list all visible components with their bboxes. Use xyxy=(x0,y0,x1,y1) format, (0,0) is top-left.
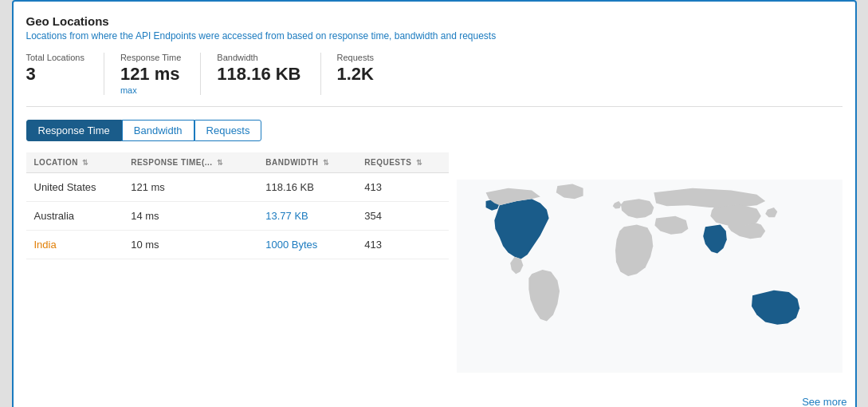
see-more-link[interactable]: See more xyxy=(802,396,846,407)
col-header-requests: REQUESTS ⇅ xyxy=(356,152,448,173)
locations-table: LOCATION ⇅ RESPONSE TIME(... ⇅ BANDWIDTH… xyxy=(26,152,449,259)
col-header-bandwidth: BANDWIDTH ⇅ xyxy=(257,152,356,173)
sort-icon-response-time: ⇅ xyxy=(217,159,224,167)
stat-bandwidth-label: Bandwidth xyxy=(217,53,300,62)
cell-location: India xyxy=(26,231,124,259)
cell-response-time: 10 ms xyxy=(123,231,257,259)
stat-response-time-sub: max xyxy=(120,85,181,95)
cell-bandwidth: 13.77 KB xyxy=(257,202,356,231)
table-row: India 10 ms 1000 Bytes 413 xyxy=(26,231,449,259)
tab-response-time[interactable]: Response Time xyxy=(26,120,122,141)
col-header-location: LOCATION ⇅ xyxy=(26,152,124,173)
card-subtitle: Locations from where the API Endpoints w… xyxy=(26,30,842,41)
stat-response-time: Response Time 121 ms max xyxy=(104,53,201,95)
content-area: LOCATION ⇅ RESPONSE TIME(... ⇅ BANDWIDTH… xyxy=(26,152,842,403)
tab-group: Response Time Bandwidth Requests xyxy=(26,120,842,141)
cell-response-time: 121 ms xyxy=(123,173,257,202)
cell-response-time: 14 ms xyxy=(123,202,257,231)
card-title: Geo Locations xyxy=(26,14,842,28)
stat-response-time-value: 121 ms xyxy=(120,64,181,85)
stat-requests-value: 1.2K xyxy=(337,64,374,85)
stat-total-locations-value: 3 xyxy=(26,64,84,85)
stat-bandwidth: Bandwidth 118.16 KB xyxy=(201,53,320,95)
tab-bandwidth[interactable]: Bandwidth xyxy=(122,120,194,141)
sort-icon-bandwidth: ⇅ xyxy=(323,159,330,167)
table-row: United States 121 ms 118.16 KB 413 xyxy=(26,173,449,202)
tab-requests[interactable]: Requests xyxy=(194,120,262,141)
cell-requests: 413 xyxy=(356,231,448,259)
cell-requests: 413 xyxy=(356,173,448,202)
sort-icon-location: ⇅ xyxy=(82,159,89,167)
stats-row: Total Locations 3 Response Time 121 ms m… xyxy=(26,53,842,107)
stat-total-locations: Total Locations 3 xyxy=(26,53,104,95)
geo-locations-card: Geo Locations Locations from where the A… xyxy=(12,0,857,407)
table-section: LOCATION ⇅ RESPONSE TIME(... ⇅ BANDWIDTH… xyxy=(26,152,449,403)
cell-location: Australia xyxy=(26,202,124,231)
table-row: Australia 14 ms 13.77 KB 354 xyxy=(26,202,449,231)
cell-bandwidth: 118.16 KB xyxy=(257,173,356,202)
stat-total-locations-label: Total Locations xyxy=(26,53,84,62)
col-header-response-time: RESPONSE TIME(... ⇅ xyxy=(123,152,257,173)
cell-bandwidth: 1000 Bytes xyxy=(257,231,356,259)
stat-response-time-label: Response Time xyxy=(120,53,181,62)
cell-location: United States xyxy=(26,173,124,202)
stat-requests-label: Requests xyxy=(337,53,374,62)
cell-requests: 354 xyxy=(356,202,448,231)
map-section xyxy=(457,152,842,403)
stat-requests: Requests 1.2K xyxy=(321,53,393,95)
sort-icon-requests: ⇅ xyxy=(416,159,423,167)
world-map xyxy=(457,152,842,400)
stat-bandwidth-value: 118.16 KB xyxy=(217,64,300,85)
